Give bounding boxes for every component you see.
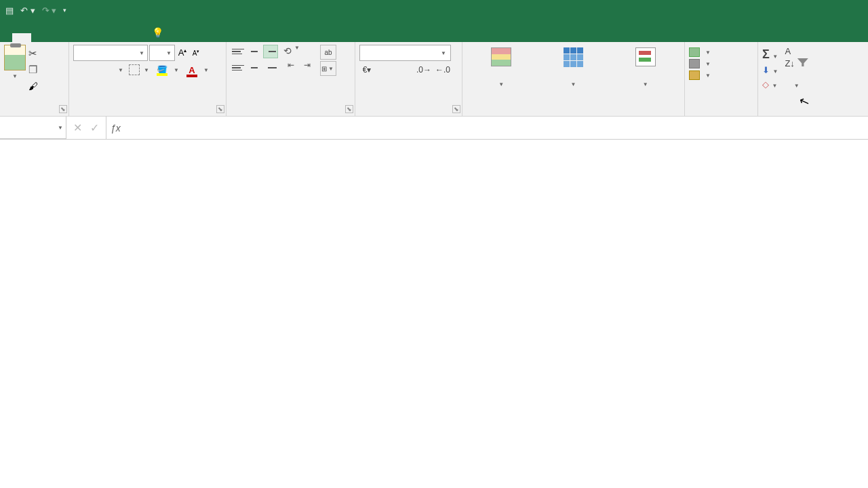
sort-icon: AZ↓ — [785, 46, 794, 68]
group-number: ▼ €▾ .0→ ←.0 ⬊ — [355, 42, 462, 116]
group-font: ▼ ▼ A▴ A▾ ▼ ▼ 🪣 ▼ A ▼ ⬊ — [69, 42, 226, 116]
group-label-styles — [467, 112, 680, 116]
chevron-down-icon[interactable]: ▼ — [118, 67, 125, 73]
fill-color-button[interactable]: 🪣 — [155, 64, 170, 76]
lightbulb-icon: 💡 — [152, 27, 163, 38]
cell-styles-button[interactable]: ▼ — [628, 45, 663, 90]
clear-button[interactable]: ◇ ▼ — [762, 78, 778, 90]
paste-button[interactable]: ▼ — [4, 45, 26, 79]
tab-comments[interactable] — [849, 33, 868, 42]
group-label-number — [359, 112, 458, 116]
qat-customize-icon[interactable]: ▾ — [63, 7, 66, 14]
enter-icon[interactable] — [90, 121, 99, 134]
format-as-table-button[interactable]: ▼ — [555, 45, 591, 90]
chevron-down-icon: ▼ — [12, 73, 18, 79]
cell-styles-icon — [635, 47, 656, 66]
tab-view[interactable] — [126, 33, 145, 42]
align-middle-button[interactable] — [247, 45, 262, 58]
group-label-cells — [689, 112, 753, 116]
name-box[interactable]: ▼ — [0, 117, 66, 139]
group-clipboard: ▼ ⬊ — [0, 42, 69, 116]
tab-data[interactable] — [88, 33, 107, 42]
tab-review[interactable] — [107, 33, 126, 42]
cut-icon[interactable] — [28, 47, 41, 60]
group-alignment: ▼ ⇤ ⇥ ab ⊞▼ ⬊ — [226, 42, 355, 116]
chevron-down-icon[interactable]: ▼ — [203, 67, 210, 73]
formula-input[interactable] — [125, 117, 868, 139]
conditional-formatting-icon — [491, 47, 511, 66]
fill-down-icon: ⬇ — [762, 65, 770, 75]
group-cells: ▼ ▼ ▼ — [685, 42, 758, 116]
fx-icon[interactable]: ƒx — [106, 117, 125, 139]
dialog-launcher-icon[interactable]: ⬊ — [216, 105, 224, 113]
tab-insert[interactable] — [31, 33, 50, 42]
format-icon — [689, 70, 700, 80]
decrease-decimal-icon[interactable]: ←.0 — [435, 65, 450, 75]
dialog-launcher-icon[interactable]: ⬊ — [345, 105, 353, 113]
table-icon — [564, 47, 583, 67]
wrap-text-button[interactable]: ab — [320, 45, 336, 60]
save-icon[interactable]: ▤ — [5, 5, 14, 16]
increase-font-icon[interactable]: A▴ — [176, 47, 189, 58]
sort-filter-button[interactable]: AZ↓ ▼ — [781, 45, 812, 90]
font-size-dropdown[interactable]: ▼ — [149, 45, 175, 61]
accounting-format-icon[interactable]: €▾ — [359, 65, 374, 75]
group-label-font — [73, 112, 222, 116]
format-cells-button[interactable]: ▼ — [689, 70, 712, 80]
font-color-button[interactable]: A — [184, 64, 199, 76]
align-left-button[interactable] — [231, 61, 245, 75]
worksheet-grid[interactable] — [0, 140, 868, 488]
redo-icon[interactable]: ↷ ▾ — [42, 5, 57, 16]
filter-icon — [797, 58, 808, 66]
merge-button[interactable]: ⊞▼ — [320, 61, 336, 76]
delete-icon — [689, 59, 700, 68]
autosum-button[interactable]: Σ ▼ — [762, 47, 778, 62]
percent-format-icon[interactable] — [378, 65, 393, 75]
insert-cells-button[interactable]: ▼ — [689, 47, 712, 57]
decrease-font-icon[interactable]: A▾ — [190, 49, 202, 57]
cancel-icon[interactable] — [73, 121, 82, 134]
quick-access-toolbar: ▤ ↶ ▾ ↷ ▾ ▾ — [0, 5, 72, 16]
orientation-icon[interactable] — [283, 45, 292, 57]
paste-icon — [4, 45, 26, 70]
align-top-button[interactable] — [231, 45, 245, 58]
dialog-launcher-icon[interactable]: ⬊ — [59, 105, 67, 113]
title-bar: ▤ ↶ ▾ ↷ ▾ ▾ — [0, 0, 868, 20]
fill-button[interactable]: ⬇ ▼ — [762, 64, 778, 76]
delete-cells-button[interactable]: ▼ — [689, 59, 712, 68]
chevron-down-icon[interactable]: ▼ — [174, 67, 180, 73]
tell-me-search[interactable]: 💡 — [145, 23, 174, 42]
copy-icon[interactable] — [28, 64, 41, 76]
tab-file[interactable] — [0, 33, 12, 42]
align-center-button[interactable] — [247, 61, 262, 75]
dialog-launcher-icon[interactable]: ⬊ — [452, 105, 460, 113]
conditional-formatting-button[interactable]: ▼ — [484, 45, 519, 90]
chevron-down-icon[interactable]: ▼ — [144, 67, 151, 73]
number-format-dropdown[interactable]: ▼ — [359, 45, 451, 61]
tab-layout[interactable] — [50, 33, 69, 42]
formula-bar: ▼ ƒx — [0, 117, 868, 140]
comma-format-icon[interactable] — [397, 65, 412, 75]
ribbon-tabs: 💡 — [0, 20, 868, 42]
font-name-dropdown[interactable]: ▼ — [73, 45, 148, 61]
find-select-button[interactable] — [815, 45, 823, 54]
align-bottom-button[interactable] — [263, 45, 278, 58]
group-label-editing — [762, 112, 864, 116]
ribbon: ▼ ⬊ ▼ ▼ A▴ A▾ ▼ ▼ — [0, 42, 868, 117]
borders-icon[interactable] — [129, 64, 140, 75]
eraser-icon: ◇ — [762, 79, 769, 89]
tab-formulas[interactable] — [69, 33, 88, 42]
align-right-button[interactable] — [263, 61, 278, 75]
increase-decimal-icon[interactable]: .0→ — [416, 65, 431, 75]
increase-indent-icon[interactable]: ⇥ — [300, 58, 315, 72]
sigma-icon: Σ — [762, 47, 770, 61]
group-label-alignment — [231, 112, 351, 116]
group-editing: Σ ▼ ⬇ ▼ ◇ ▼ AZ↓ ▼ — [758, 42, 868, 116]
insert-icon — [689, 47, 700, 57]
group-label-clipboard — [4, 112, 64, 116]
group-styles: ▼ ▼ ▼ — [462, 42, 685, 116]
undo-icon[interactable]: ↶ ▾ — [20, 5, 35, 16]
decrease-indent-icon[interactable]: ⇤ — [283, 58, 298, 72]
tab-start[interactable] — [12, 33, 31, 42]
format-painter-icon[interactable] — [28, 80, 41, 92]
